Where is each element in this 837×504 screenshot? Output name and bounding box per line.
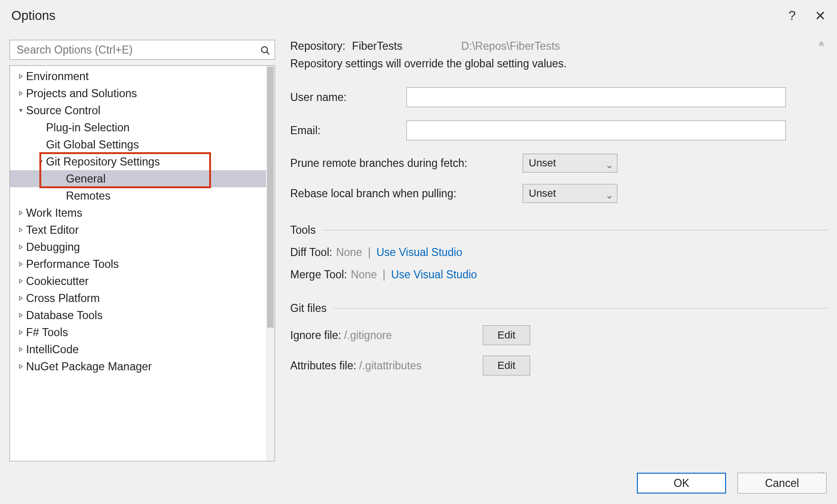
tree-item-label: Git Global Settings: [46, 138, 139, 151]
email-input[interactable]: [406, 120, 786, 140]
tree-item[interactable]: NuGet Package Manager: [10, 358, 266, 375]
expand-arrow-right-icon[interactable]: [16, 210, 26, 216]
tree-item[interactable]: Cookiecutter: [10, 273, 266, 290]
tree-item-label: Source Control: [26, 104, 101, 117]
diff-tool-value: None: [336, 246, 362, 259]
tree-item[interactable]: General: [10, 170, 266, 187]
ignore-file-value: /.gitignore: [344, 329, 392, 342]
tree-item[interactable]: Git Global Settings: [10, 136, 266, 153]
diff-tool-label: Diff Tool:: [290, 246, 332, 259]
diff-tool-use-vs-link[interactable]: Use Visual Studio: [377, 246, 462, 259]
tree-item-label: Plug-in Selection: [46, 121, 129, 134]
scrollbar-thumb[interactable]: [267, 67, 274, 328]
attributes-file-label: Attributes file:: [290, 359, 356, 372]
tree-item-label: Remotes: [66, 190, 110, 202]
tree-item-label: Database Tools: [26, 309, 103, 322]
window-title: Options: [11, 9, 55, 23]
separator: |: [383, 268, 386, 281]
tree-scrollbar[interactable]: [266, 66, 275, 461]
rebase-combobox[interactable]: Unset: [523, 184, 617, 203]
tree-item[interactable]: F# Tools: [10, 324, 266, 341]
separator: |: [368, 246, 371, 259]
tree-item[interactable]: Remotes: [10, 187, 266, 204]
prune-combobox[interactable]: Unset: [523, 154, 617, 173]
expand-arrow-right-icon[interactable]: [16, 347, 26, 352]
search-options[interactable]: [9, 40, 275, 60]
cancel-button[interactable]: Cancel: [737, 473, 827, 494]
expand-arrow-right-icon[interactable]: [16, 312, 26, 318]
tree-item-label: Text Editor: [26, 224, 79, 237]
tree-item[interactable]: Work Items: [10, 204, 266, 221]
email-label: Email:: [290, 124, 406, 137]
expand-arrow-right-icon[interactable]: [16, 330, 26, 335]
attributes-file-value: /.gitattributes: [359, 359, 422, 372]
tree-item-label: Cookiecutter: [26, 275, 89, 288]
tree-item[interactable]: Environment: [10, 68, 266, 85]
expand-arrow-right-icon[interactable]: [16, 91, 26, 96]
merge-tool-label: Merge Tool:: [290, 268, 347, 281]
tree-item-label: Cross Platform: [26, 292, 100, 305]
tree-item-label: NuGet Package Manager: [26, 360, 152, 373]
expand-arrow-right-icon[interactable]: [16, 278, 26, 284]
tree-item-label: Git Repository Settings: [46, 156, 160, 168]
tree-item-label: Debugging: [26, 241, 80, 254]
username-label: User name:: [290, 91, 406, 104]
tree-item-label: Performance Tools: [26, 258, 119, 271]
chevron-down-icon: [607, 191, 612, 196]
settings-panel: Repository: FiberTests D:\Repos\FiberTes…: [290, 40, 828, 461]
edit-attributes-button[interactable]: Edit: [483, 356, 530, 376]
tree-item[interactable]: Git Repository Settings: [10, 153, 266, 170]
merge-tool-use-vs-link[interactable]: Use Visual Studio: [391, 268, 477, 281]
prune-label: Prune remote branches during fetch:: [290, 157, 523, 170]
tree-item[interactable]: Cross Platform: [10, 290, 266, 307]
ignore-file-label: Ignore file:: [290, 329, 341, 342]
titlebar: Options ? ✕: [0, 0, 837, 31]
scroll-up-icon[interactable]: [817, 41, 826, 49]
tools-header: Tools: [290, 224, 316, 237]
tree-item[interactable]: Debugging: [10, 238, 266, 256]
tree-item[interactable]: Projects and Solutions: [10, 85, 266, 102]
tree-item-label: Environment: [26, 70, 89, 83]
svg-point-0: [262, 47, 268, 53]
tree-item[interactable]: Performance Tools: [10, 256, 266, 273]
tree-item-label: F# Tools: [26, 326, 68, 339]
edit-ignore-button[interactable]: Edit: [483, 325, 530, 345]
expand-arrow-down-icon[interactable]: [36, 159, 46, 165]
ok-button[interactable]: OK: [637, 473, 726, 494]
tree-item-label: General: [66, 173, 106, 185]
username-input[interactable]: [406, 87, 786, 107]
expand-arrow-right-icon[interactable]: [16, 73, 26, 79]
options-tree: EnvironmentProjects and SolutionsSource …: [9, 65, 275, 461]
repository-path: D:\Repos\FiberTests: [461, 40, 560, 53]
repository-label: Repository:: [290, 40, 345, 53]
divider: [322, 230, 828, 230]
expand-arrow-right-icon[interactable]: [16, 244, 26, 250]
tree-item-label: IntelliCode: [26, 343, 79, 356]
close-icon[interactable]: ✕: [815, 8, 826, 24]
tree-item[interactable]: Database Tools: [10, 307, 266, 324]
git-files-header: Git files: [290, 302, 327, 315]
divider: [333, 308, 828, 309]
expand-arrow-right-icon[interactable]: [16, 261, 26, 267]
tree-item[interactable]: Text Editor: [10, 221, 266, 238]
svg-line-1: [267, 52, 269, 55]
rebase-label: Rebase local branch when pulling:: [290, 187, 523, 200]
prune-value: Unset: [529, 157, 556, 169]
tree-item[interactable]: IntelliCode: [10, 341, 266, 358]
merge-tool-value: None: [351, 268, 377, 281]
tree-item-label: Projects and Solutions: [26, 87, 137, 100]
expand-arrow-right-icon[interactable]: [16, 227, 26, 233]
chevron-down-icon: [607, 160, 612, 166]
expand-arrow-down-icon[interactable]: [16, 108, 26, 113]
rebase-value: Unset: [529, 187, 556, 200]
tree-item[interactable]: Source Control: [10, 102, 266, 119]
search-input[interactable]: [15, 42, 260, 58]
tree-item[interactable]: Plug-in Selection: [10, 119, 266, 136]
search-icon[interactable]: [260, 45, 270, 55]
help-icon[interactable]: ?: [788, 8, 796, 23]
tree-item-label: Work Items: [26, 207, 82, 220]
expand-arrow-right-icon[interactable]: [16, 364, 26, 369]
options-dialog: Options ? ✕ EnvironmentProjects and Solu…: [0, 0, 837, 504]
expand-arrow-right-icon[interactable]: [16, 295, 26, 301]
repository-description: Repository settings will override the gl…: [290, 57, 828, 70]
